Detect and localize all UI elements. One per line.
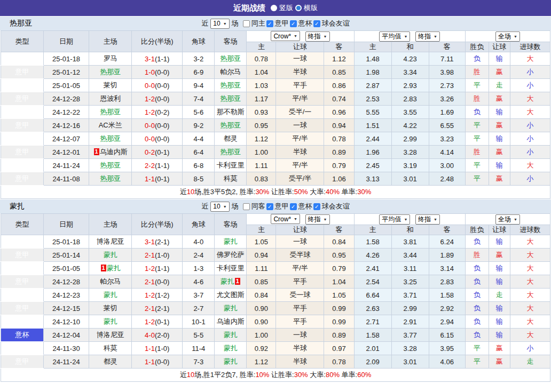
- recent-count-select[interactable]: 10 ▼: [210, 19, 229, 29]
- odds-handicap-cell: 平手: [276, 275, 324, 289]
- odds-handicap-cell: 平手: [276, 315, 324, 329]
- final-odds-select[interactable]: 终指▼: [305, 31, 330, 42]
- bookmaker-select[interactable]: Crow*▼: [271, 31, 300, 41]
- col-corner: 角球: [183, 31, 215, 52]
- filter-label: 球会友谊: [322, 202, 350, 211]
- horizontal-radio-label[interactable]: 横版: [304, 3, 318, 13]
- near-label: 近: [201, 202, 208, 211]
- avg-home-cell: 2.53: [354, 92, 391, 106]
- corner-cell: 4-4: [183, 132, 215, 146]
- filter-checkbox[interactable]: ✓: [266, 203, 273, 210]
- home-team-cell: 科莫: [89, 342, 132, 355]
- match-row: 意甲24-11-24热那亚2-2(1-1)6-8卡利亚里1.11平/半0.792…: [1, 159, 550, 172]
- away-team-cell: 蒙扎: [215, 355, 247, 369]
- score-cell: 0-0(0-0): [132, 132, 183, 146]
- home-team-cell: 博洛尼亚: [89, 235, 132, 249]
- handicap-result-cell: 输: [489, 329, 510, 342]
- date-cell: 25-01-14: [44, 249, 89, 262]
- corner-cell: 7-4: [183, 92, 215, 106]
- col-home: 主场: [89, 31, 132, 52]
- average-select[interactable]: 平均值▼: [379, 214, 410, 225]
- filter-checkbox[interactable]: [243, 20, 250, 27]
- home-team-cell: 1乌迪内斯: [89, 146, 132, 159]
- filter-checkbox[interactable]: ✓: [266, 20, 273, 27]
- competition-cell: 意甲: [1, 79, 44, 92]
- corner-cell: 1-3: [183, 262, 215, 275]
- monza-results-table: 类型 日期 主场 比分(半场) 角球 客场 Crow*▼ 终指▼ 平均值▼ 终指…: [1, 213, 550, 382]
- home-team-cell: 博洛尼亚: [89, 329, 132, 342]
- odds-away-cell: 1.04: [324, 275, 354, 289]
- wdl-result-cell: 负: [465, 52, 489, 66]
- filter-checkbox[interactable]: ✓: [290, 203, 297, 210]
- horizontal-radio[interactable]: [295, 5, 302, 11]
- odds-handicap-cell: 平手: [276, 79, 324, 92]
- col-handicap-result: 让球: [489, 225, 510, 235]
- chevron-down-icon: ▼: [404, 35, 407, 38]
- avg-home-cell: 2.44: [354, 132, 391, 146]
- odds-away-cell: 0.99: [324, 302, 354, 315]
- fulltime-group-header: 全场▼: [465, 214, 550, 225]
- away-team-cell: 热那亚: [215, 79, 247, 92]
- col-crow-away: 客: [324, 42, 354, 52]
- date-cell: 25-01-05: [44, 262, 89, 275]
- filter-label: 意杯: [298, 19, 312, 28]
- competition-cell: 意甲: [1, 66, 44, 79]
- bookmaker-select[interactable]: Crow*▼: [271, 214, 300, 224]
- odds-handicap-cell: 平手: [276, 302, 324, 315]
- date-cell: 24-11-30: [44, 342, 89, 355]
- filter-checkbox[interactable]: ✓: [313, 20, 320, 27]
- goals-result-cell: 大: [510, 249, 550, 262]
- fulltime-select[interactable]: 全场▼: [495, 214, 520, 225]
- final-odds-select[interactable]: 终指▼: [305, 214, 330, 225]
- col-crow-handicap: 让球: [276, 42, 324, 52]
- col-score: 比分(半场): [132, 214, 183, 235]
- vertical-radio-label[interactable]: 竖版: [279, 3, 293, 13]
- filter-checkbox[interactable]: ✓: [313, 203, 320, 210]
- handicap-result-cell: 赢: [489, 172, 510, 186]
- avg-away-cell: 3.98: [429, 66, 465, 79]
- odds-handicap-cell: 一球: [276, 329, 324, 342]
- average-select[interactable]: 平均值▼: [379, 31, 410, 42]
- avg-away-cell: 3.26: [429, 92, 465, 106]
- competition-cell: 意甲: [1, 132, 44, 146]
- home-team-cell: 热那亚: [89, 172, 132, 186]
- avg-away-cell: 1.69: [429, 106, 465, 119]
- away-team-cell: 蒙扎: [215, 329, 247, 342]
- near-label: 近: [201, 19, 208, 28]
- col-crow-home: 主: [247, 42, 276, 52]
- titlebar: 近期战绩 竖版 横版: [0, 0, 551, 16]
- wdl-result-cell: 负: [465, 262, 489, 275]
- recent-count-value: 10: [213, 203, 220, 210]
- wdl-result-cell: 负: [465, 329, 489, 342]
- odds-home-cell: 0.92: [247, 342, 276, 355]
- filter-checkbox[interactable]: [243, 203, 250, 210]
- handicap-result-cell: 走: [489, 79, 510, 92]
- corner-cell: 9-2: [183, 119, 215, 132]
- genoa-results-table: 类型 日期 主场 比分(半场) 角球 客场 Crow*▼ 终指▼ 平均值▼ 终指…: [1, 30, 550, 199]
- date-cell: 25-01-05: [44, 79, 89, 92]
- page-title: 近期战绩: [233, 3, 265, 13]
- filter-checkbox[interactable]: ✓: [290, 20, 297, 27]
- goals-result-cell: 小: [510, 66, 550, 79]
- wdl-result-cell: 胜: [465, 66, 489, 79]
- corner-cell: 2-4: [183, 249, 215, 262]
- wdl-result-cell: 胜: [465, 92, 489, 106]
- avg-draw-cell: 3.34: [391, 66, 429, 79]
- filter-label: 同主: [251, 19, 265, 28]
- col-goals: 进球数: [510, 42, 550, 52]
- date-cell: 24-11-24: [44, 159, 89, 172]
- goals-result-cell: 大: [510, 106, 550, 119]
- home-team-cell: 蒙扎: [89, 289, 132, 302]
- competition-cell: 意甲: [1, 52, 44, 66]
- home-team-cell: AC米兰: [89, 119, 132, 132]
- average-final-select[interactable]: 终指▼: [415, 214, 440, 225]
- avg-home-cell: 2.45: [354, 159, 391, 172]
- average-final-select[interactable]: 终指▼: [415, 31, 440, 42]
- col-avg-draw: 和: [391, 225, 429, 235]
- date-cell: 24-12-07: [44, 132, 89, 146]
- corner-cell: 4-6: [183, 275, 215, 289]
- recent-count-select[interactable]: 10 ▼: [210, 202, 229, 212]
- vertical-radio[interactable]: [271, 5, 277, 11]
- avg-home-cell: 1.98: [354, 66, 391, 79]
- fulltime-select[interactable]: 全场▼: [495, 31, 520, 42]
